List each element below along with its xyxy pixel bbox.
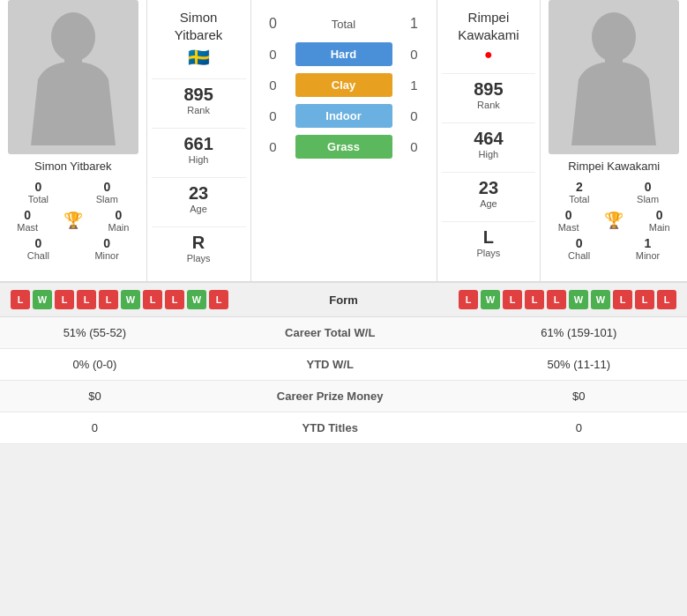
form-label: Form xyxy=(228,293,459,307)
right-total-value: 2 xyxy=(569,180,589,194)
right-name-line2: Kawakami xyxy=(458,27,519,42)
total-label: Total xyxy=(295,18,392,31)
total-right-score: 1 xyxy=(392,16,437,32)
left-mast-stat: 0 Mast xyxy=(17,208,38,233)
svg-rect-1 xyxy=(64,57,82,68)
left-high-label: High xyxy=(152,154,246,165)
right-player-silhouette xyxy=(561,9,667,154)
right-rank-block: 895 Rank xyxy=(442,73,536,115)
stat-right-value: 50% (11-11) xyxy=(471,349,687,381)
left-slam-value: 0 xyxy=(96,180,118,194)
right-chall-label: Chall xyxy=(568,250,590,261)
left-chall-value: 0 xyxy=(27,236,49,250)
right-main-value: 0 xyxy=(649,208,670,222)
left-high-value: 661 xyxy=(152,134,246,154)
left-main-label: Main xyxy=(108,222,129,233)
right-slam-label: Slam xyxy=(637,194,659,204)
right-total-stat: 2 Total xyxy=(569,180,589,204)
right-slam-value: 0 xyxy=(637,180,659,194)
hard-surface-button[interactable]: Hard xyxy=(295,42,392,66)
right-main-stat: 0 Main xyxy=(649,208,670,233)
stat-label-cell: YTD Titles xyxy=(190,412,471,444)
form-badge: L xyxy=(547,290,566,309)
stat-label-cell: YTD W/L xyxy=(190,349,471,381)
left-form-badges: LWLLLWLLWL xyxy=(11,290,228,309)
left-rank-value: 895 xyxy=(152,85,246,105)
stat-left-value: $0 xyxy=(0,381,190,412)
right-high-block: 464 High xyxy=(442,122,536,165)
left-name-line1: Simon xyxy=(180,10,218,25)
main-container: Simon Yitbarek 0 Total 0 Slam 0 Mast 🏆 xyxy=(0,0,687,444)
form-badge: W xyxy=(187,290,206,309)
right-main-label: Main xyxy=(649,222,670,233)
stat-label-cell: Career Total W/L xyxy=(190,317,471,349)
stat-label-cell: Career Prize Money xyxy=(190,381,471,412)
form-badge: W xyxy=(121,290,140,309)
form-badge: L xyxy=(613,290,632,309)
clay-left-score: 0 xyxy=(251,78,295,93)
left-main-stat: 0 Main xyxy=(108,208,129,233)
form-badge: W xyxy=(591,290,610,309)
stat-right-value: 0 xyxy=(471,412,687,444)
form-badge: L xyxy=(209,290,228,309)
table-row: 0YTD Titles0 xyxy=(0,412,687,444)
right-high-label: High xyxy=(442,149,536,160)
right-flag: ● xyxy=(458,47,519,63)
form-badge: W xyxy=(481,290,500,309)
clay-surface-button[interactable]: Clay xyxy=(295,73,392,97)
left-minor-stat: 0 Minor xyxy=(94,236,119,261)
right-chall-value: 0 xyxy=(568,236,590,250)
right-rank-label: Rank xyxy=(442,100,536,110)
clay-right-score: 1 xyxy=(392,78,437,93)
form-badge: L xyxy=(55,290,74,309)
left-player-name-below: Simon Yitbarek xyxy=(34,160,111,173)
right-high-value: 464 xyxy=(442,129,536,149)
left-player-silhouette xyxy=(20,9,126,154)
right-form-badges: LWLLLWWLLL xyxy=(459,290,676,309)
grass-right-score: 0 xyxy=(392,139,437,154)
left-mast-value: 0 xyxy=(17,208,38,222)
grass-score-row: 0 Grass 0 xyxy=(251,135,437,159)
left-slam-stat: 0 Slam xyxy=(96,180,118,204)
right-plays-label: Plays xyxy=(442,248,536,258)
stat-left-value: 51% (55-52) xyxy=(0,317,190,349)
career-stats-table: 51% (55-52)Career Total W/L61% (159-101)… xyxy=(0,317,687,444)
form-badge: L xyxy=(635,290,654,309)
svg-point-0 xyxy=(51,12,95,62)
right-player-panel: Rimpei Kawakami 2 Total 0 Slam 0 Mast 🏆 xyxy=(540,0,687,281)
right-total-label: Total xyxy=(569,194,589,204)
stat-right-value: 61% (159-101) xyxy=(471,317,687,349)
left-main-value: 0 xyxy=(108,208,129,222)
form-section: LWLLLWLLWL Form LWLLLWWLLL xyxy=(0,282,687,317)
left-mast-label: Mast xyxy=(17,222,38,233)
left-info-col: Simon Yitbarek 🇸🇪 895 Rank 661 High 23 A… xyxy=(147,0,251,281)
indoor-surface-button[interactable]: Indoor xyxy=(295,104,392,128)
left-total-label: Total xyxy=(28,194,49,204)
grass-surface-button[interactable]: Grass xyxy=(295,135,392,159)
svg-point-2 xyxy=(592,12,636,62)
right-mast-stat: 0 Mast xyxy=(558,208,579,233)
hard-score-row: 0 Hard 0 xyxy=(251,42,437,66)
right-name-line1: Rimpei xyxy=(468,10,510,25)
center-surfaces-col: 0 Total 1 0 Hard 0 0 Clay 1 0 Indoor 0 xyxy=(251,0,437,281)
right-chall-stat: 0 Chall xyxy=(568,236,590,261)
table-row: 51% (55-52)Career Total W/L61% (159-101) xyxy=(0,317,687,349)
right-plays-block: L Plays xyxy=(442,221,536,263)
left-age-value: 23 xyxy=(152,183,246,204)
form-badge: L xyxy=(503,290,522,309)
right-age-label: Age xyxy=(442,198,536,209)
left-total-value: 0 xyxy=(28,180,49,194)
left-plays-label: Plays xyxy=(152,253,246,263)
form-badge: L xyxy=(77,290,96,309)
right-trophy-icon: 🏆 xyxy=(604,211,624,230)
table-row: $0Career Prize Money$0 xyxy=(0,381,687,412)
right-plays-value: L xyxy=(442,227,536,248)
right-age-block: 23 Age xyxy=(442,172,536,214)
form-badge: L xyxy=(459,290,478,309)
left-high-block: 661 High xyxy=(152,128,246,170)
right-mast-value: 0 xyxy=(558,208,579,222)
left-minor-label: Minor xyxy=(94,250,119,261)
right-age-value: 23 xyxy=(442,178,536,198)
right-name-flag: Rimpei Kawakami ● xyxy=(458,9,519,63)
hard-right-score: 0 xyxy=(392,47,437,62)
